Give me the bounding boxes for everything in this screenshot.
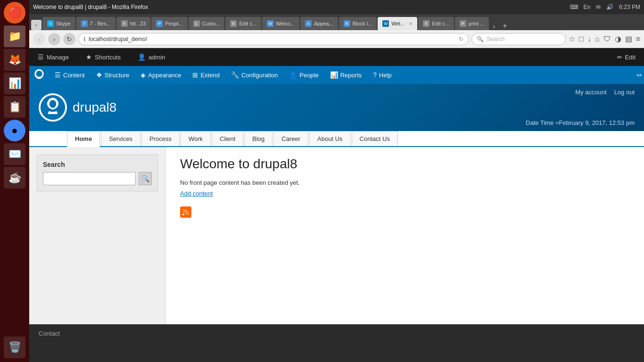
- editc2-favicon: E: [423, 20, 429, 27]
- hamburger-icon: ☰: [38, 53, 44, 61]
- nav-configuration[interactable]: 🔧 Configuration: [225, 66, 283, 84]
- welcome-favicon: W: [382, 20, 389, 27]
- main-content: Welcome to drupal8 No front page content…: [166, 147, 644, 324]
- trash-icon[interactable]: 🗑️: [4, 337, 25, 358]
- tab-welco[interactable]: W Welco...: [262, 17, 299, 30]
- site-nav-about[interactable]: About Us: [309, 131, 350, 146]
- site-nav-blog[interactable]: Blog: [244, 131, 272, 146]
- nav-reports[interactable]: 📊 Reports: [324, 66, 368, 84]
- chrome-icon[interactable]: ●: [4, 120, 25, 141]
- add-content-link[interactable]: Add content: [180, 190, 213, 197]
- tab-blockl[interactable]: B Block l...: [339, 17, 377, 30]
- nav-reports-label: Reports: [340, 72, 362, 79]
- tab-appea[interactable]: A Appea...: [300, 17, 338, 30]
- files-icon[interactable]: 📁: [4, 25, 25, 47]
- search-block: Search 🔍: [37, 155, 158, 191]
- user-icon: 👤: [138, 53, 146, 61]
- admin-toolbar: ☰ Manage ★ Shortcuts 👤 admin ✏ Edit: [29, 48, 644, 66]
- presentation-icon[interactable]: 📋: [4, 96, 25, 118]
- nav-appearance-label: Appearance: [148, 72, 181, 79]
- home-icon[interactable]: ⌂: [595, 35, 600, 43]
- shortcuts-menu-item[interactable]: ★ Shortcuts: [82, 51, 124, 63]
- reload-btn[interactable]: ↻: [63, 33, 75, 45]
- bookmark-icon[interactable]: ☆: [569, 34, 575, 43]
- tab-blockl-label: Block l...: [353, 21, 372, 26]
- window-title: Welcome to drupal8 | drupal8 - Mozilla F…: [33, 4, 148, 10]
- url-bar[interactable]: ℹ localhost/drupal_demo/ ↻: [78, 33, 469, 45]
- admin-menu-item[interactable]: 👤 admin: [134, 51, 169, 63]
- log-out-link[interactable]: Log out: [614, 89, 635, 96]
- nav-help[interactable]: ? Help: [367, 66, 397, 84]
- tabs-overflow-btn[interactable]: ›: [490, 23, 498, 30]
- shortcuts-label: Shortcuts: [95, 54, 121, 61]
- search-submit-btn[interactable]: 🔍: [139, 172, 152, 185]
- nav-extend[interactable]: ⊞ Extend: [187, 66, 225, 84]
- site-nav-work[interactable]: Work: [181, 131, 211, 146]
- skype-favicon: S: [47, 20, 54, 27]
- tab-welcome-active[interactable]: W Wel... ✕: [378, 17, 417, 30]
- tab-editc1[interactable]: E Edit c...: [225, 17, 261, 30]
- menu-icon[interactable]: ≡: [636, 35, 640, 43]
- tab-7bes[interactable]: 7 7 - Bes...: [76, 17, 116, 30]
- nav-structure[interactable]: ❖ Structure: [91, 66, 135, 84]
- new-tab-btn[interactable]: +: [499, 22, 511, 30]
- page-message: No front page content has been created y…: [180, 179, 630, 186]
- email-icon[interactable]: ✉️: [4, 143, 25, 165]
- site-nav-process[interactable]: Process: [141, 131, 180, 146]
- tab-editc2[interactable]: E Edit c...: [418, 17, 454, 30]
- tab-print[interactable]: P print ...: [455, 17, 489, 30]
- shield-icon[interactable]: 🛡: [603, 35, 611, 43]
- download-icon[interactable]: ↓: [587, 35, 591, 43]
- page-main-title: Welcome to drupal8: [180, 156, 630, 172]
- tab-custo[interactable]: C Custo...: [189, 17, 225, 30]
- appearance-icon: ◈: [140, 71, 146, 79]
- site-nav-career[interactable]: Career: [273, 131, 308, 146]
- pencil-icon: ✏: [617, 54, 622, 61]
- custo-favicon: C: [193, 20, 200, 27]
- address-bar: ‹ › ↻ ℹ localhost/drupal_demo/ ↻ 🔍 Searc…: [29, 30, 644, 48]
- nav-content-label: Content: [63, 72, 85, 79]
- tabs-back-btn[interactable]: ‹: [31, 20, 41, 30]
- browser-search-bar[interactable]: 🔍 Search: [471, 33, 566, 45]
- site-nav-services[interactable]: Services: [101, 131, 140, 146]
- site-title: drupal8: [73, 100, 116, 115]
- manage-menu-item[interactable]: ☰ Manage: [34, 51, 73, 63]
- monitor-icon[interactable]: ▤: [625, 34, 632, 43]
- extensions-icon[interactable]: ◑: [615, 34, 621, 43]
- tab-htt23[interactable]: h htt...23: [116, 17, 151, 30]
- address-icons: ☆ □ ↓ ⌂ 🛡 ◑ ▤ ≡: [569, 34, 640, 43]
- tab-welco-label: Welco...: [276, 21, 295, 26]
- nav-content[interactable]: ☰ Content: [49, 66, 91, 84]
- site-nav-client[interactable]: Client: [212, 131, 243, 146]
- search-input[interactable]: [43, 172, 136, 185]
- edit-btn[interactable]: ✏ Edit: [613, 52, 639, 63]
- ubuntu-icon[interactable]: 🔴: [4, 2, 25, 24]
- extend-icon: ⊞: [192, 71, 198, 79]
- site-nav-home[interactable]: Home: [67, 131, 100, 147]
- spreadsheet-icon[interactable]: 📊: [4, 73, 25, 94]
- nav-structure-label: Structure: [105, 72, 130, 79]
- site-footer: Contact: [29, 324, 644, 362]
- nav-configuration-label: Configuration: [241, 72, 278, 79]
- reports-icon: 📊: [330, 71, 338, 79]
- site-header-right: My account Log out: [575, 89, 635, 96]
- coffee-icon[interactable]: ☕: [4, 167, 25, 189]
- browser-icon[interactable]: 🦊: [4, 49, 25, 71]
- forward-btn[interactable]: ›: [48, 33, 60, 45]
- back-btn[interactable]: ‹: [33, 33, 45, 45]
- edit-label: Edit: [625, 54, 636, 61]
- lock-icon: ℹ: [83, 36, 86, 42]
- tab-people[interactable]: P Peopl...: [151, 17, 187, 30]
- reading-icon[interactable]: □: [579, 35, 584, 43]
- rss-icon[interactable]: [180, 206, 191, 218]
- search-icon: 🔍: [477, 36, 484, 42]
- tab-skype[interactable]: S Skype: [42, 17, 75, 30]
- nav-people[interactable]: 👤 People: [283, 66, 324, 84]
- nav-appearance[interactable]: ◈ Appearance: [135, 66, 187, 84]
- tab-skype-label: Skype: [56, 21, 71, 26]
- nav-arrow-icon: ⇔: [636, 71, 642, 79]
- site-nav-contact[interactable]: Contact Us: [352, 131, 398, 146]
- drupal-logo[interactable]: [31, 67, 47, 83]
- tab-close-btn[interactable]: ✕: [409, 21, 413, 26]
- my-account-link[interactable]: My account: [575, 89, 606, 96]
